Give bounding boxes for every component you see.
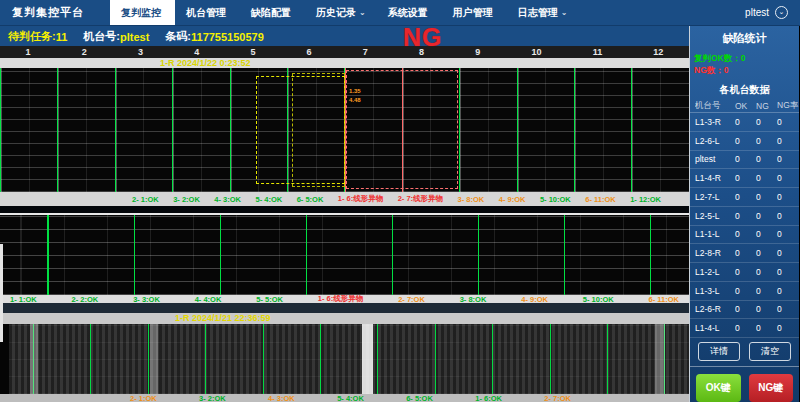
column-result-label[interactable]: 3- 3:OK (133, 295, 160, 303)
column-result-label[interactable]: 1- 12:OK (630, 195, 661, 204)
strip2-column-results: 1- 1:OK2- 2:OK3- 3:OK4- 4:OK5- 5:OK1- 6:… (0, 295, 689, 303)
user-menu[interactable]: pltest (745, 0, 800, 25)
el-image-strip-3[interactable] (0, 324, 689, 394)
machine-name: L1-3-L (695, 286, 735, 296)
strip-divider (0, 206, 689, 213)
bright-cell-column (655, 324, 665, 394)
defect-ng-box[interactable] (346, 70, 458, 189)
column-result-label[interactable]: 5- 10:OK (583, 295, 614, 303)
machine-ng-count: 0 (756, 211, 777, 221)
column-result-label[interactable]: 2- 7:OK (398, 295, 425, 303)
machine-ng-rate: 0 (777, 248, 800, 258)
column-result-label[interactable]: 1- 6:线形异物 (318, 295, 363, 303)
barcode: 条码:117755150579 (165, 29, 263, 44)
main-monitor-area: 待判任务:11 机台号:pltest 条码:117755150579 NG 12… (0, 26, 689, 402)
column-result-label[interactable]: 3- 2:OK (199, 394, 226, 402)
strip-scroll-handle[interactable] (0, 244, 3, 342)
column-result-label[interactable]: 3- 2:OK (173, 195, 200, 204)
nav-item[interactable]: 系统设置 (377, 0, 442, 25)
machine-ng-count: 0 (756, 248, 777, 258)
column-result-label[interactable]: 1- 1:OK (10, 295, 37, 303)
column-result-label[interactable]: 6- 11:OK (649, 295, 679, 303)
column-result-label[interactable]: 1- 6:线形异物 (338, 194, 383, 204)
strip1-top-margin: 1-R 2024/1/22 0:23:52 (0, 58, 689, 68)
column-number: 6 (307, 47, 312, 57)
column-result-label[interactable]: 4- 4:OK (195, 295, 222, 303)
machine-table-row[interactable]: pltest 0 0 0 (690, 151, 799, 170)
machine-table-row[interactable]: L2-8-R 0 0 0 (690, 244, 799, 263)
machine-table-row[interactable]: L1-4-R 0 0 0 (690, 169, 799, 188)
column-number: 5 (250, 47, 255, 57)
column-number: 10 (531, 47, 541, 57)
machine-table-row[interactable]: L2-6-R 0 0 0 (690, 301, 799, 320)
strip3-column-results: 2- 1:OK3- 2:OK4- 3:OK5- 4:OK6- 5:OK1- 6:… (0, 394, 689, 402)
nav-item[interactable]: 历史记录 ⌄ (305, 0, 377, 25)
chevron-down-icon: ⌄ (359, 8, 366, 17)
sidebar-title: 缺陷统计 (690, 26, 799, 50)
column-result-label[interactable]: 5- 4:OK (337, 394, 364, 402)
column-result-label[interactable]: 2- 1:OK (132, 195, 159, 204)
circle-chevron-down-icon[interactable] (775, 6, 788, 19)
machine-table-row[interactable]: L2-5-L 0 0 0 (690, 207, 799, 226)
machine-ok-count: 0 (735, 286, 756, 296)
column-result-label[interactable]: 3- 8:OK (458, 195, 485, 204)
column-result-label[interactable]: 2- 7:OK (544, 394, 571, 402)
nav-item[interactable]: 用户管理 (442, 0, 507, 25)
machine-ok-count: 0 (735, 117, 756, 127)
column-result-label[interactable]: 5- 10:OK (540, 195, 571, 204)
detail-button[interactable]: 详情 (698, 342, 740, 361)
column-result-label[interactable]: 5- 5:OK (256, 295, 283, 303)
machine-table-title: 各机台数据 (690, 78, 799, 100)
machine-ng-count: 0 (756, 154, 777, 164)
ng-judge-button[interactable]: NG键 (749, 374, 794, 402)
sidebar-actions: 详情 清空 (690, 338, 799, 366)
machine-ng-count: 0 (756, 117, 777, 127)
machine-ok-count: 0 (735, 248, 756, 258)
column-result-label[interactable]: 4- 3:OK (268, 394, 295, 402)
el-image-strip-2[interactable] (0, 215, 689, 295)
defect-select-box-inner[interactable] (292, 73, 345, 187)
column-result-label[interactable]: 2- 2:OK (72, 295, 99, 303)
column-number: 7 (363, 47, 368, 57)
machine-id: 机台号:pltest (83, 29, 149, 44)
machine-table-row[interactable]: L2-7-L 0 0 0 (690, 188, 799, 207)
column-number: 11 (593, 47, 603, 57)
bright-cell-column (30, 324, 38, 394)
el-image-strip-1[interactable]: 1.35 4.48 (0, 68, 689, 192)
pending-tasks: 待判任务:11 (8, 29, 67, 44)
machine-table-row[interactable]: L1-1-L 0 0 0 (690, 226, 799, 245)
column-result-label[interactable]: 6- 5:OK (297, 195, 324, 204)
machine-ng-count: 0 (756, 173, 777, 183)
column-result-label[interactable]: 4- 3:OK (214, 195, 241, 204)
column-result-label[interactable]: 6- 5:OK (406, 394, 433, 402)
column-result-label[interactable]: 4- 9:OK (499, 195, 526, 204)
app-title: 复判集控平台 (0, 0, 110, 25)
column-result-label[interactable]: 4- 9:OK (521, 295, 548, 303)
column-number: 9 (475, 47, 480, 57)
machine-table-row[interactable]: L2-6-L 0 0 0 (690, 132, 799, 151)
top-navbar: 复判集控平台 复判监控 机台管理 缺陷配置 历史记录 (0, 0, 800, 26)
nav-item[interactable]: 缺陷配置 (240, 0, 305, 25)
machine-table-row[interactable]: L1-4-L 0 0 0 (690, 319, 799, 338)
nav-item[interactable]: 复判监控 (110, 0, 175, 25)
clear-button[interactable]: 清空 (749, 342, 791, 361)
nav-item-label: 系统设置 (388, 6, 428, 20)
column-result-label[interactable]: 1- 6:OK (475, 394, 502, 402)
machine-ok-count: 0 (735, 136, 756, 146)
column-result-label[interactable]: 6- 11:OK (585, 195, 615, 204)
defect-measure-tag: 1.35 (349, 88, 361, 95)
nav-item[interactable]: 机台管理 (175, 0, 240, 25)
strip1-timestamp: 1-R 2024/1/22 0:23:52 (160, 58, 251, 68)
column-result-label[interactable]: 2- 7:线形异物 (398, 194, 443, 204)
machine-table-row[interactable]: L1-2-L 0 0 0 (690, 263, 799, 282)
column-result-label[interactable]: 2- 1:OK (130, 394, 157, 402)
machine-table-row[interactable]: L1-3-L 0 0 0 (690, 282, 799, 301)
machine-table-row[interactable]: L1-3-R 0 0 0 (690, 113, 799, 132)
ok-judge-button[interactable]: OK键 (696, 374, 741, 402)
machine-ng-rate: 0 (777, 192, 800, 202)
column-result-label[interactable]: 5- 4:OK (255, 195, 282, 204)
machine-ng-rate: 0 (777, 267, 800, 277)
nav-item[interactable]: 日志管理 ⌄ (507, 0, 579, 25)
column-result-label[interactable]: 3- 8:OK (460, 295, 487, 303)
machine-ng-count: 0 (756, 229, 777, 239)
